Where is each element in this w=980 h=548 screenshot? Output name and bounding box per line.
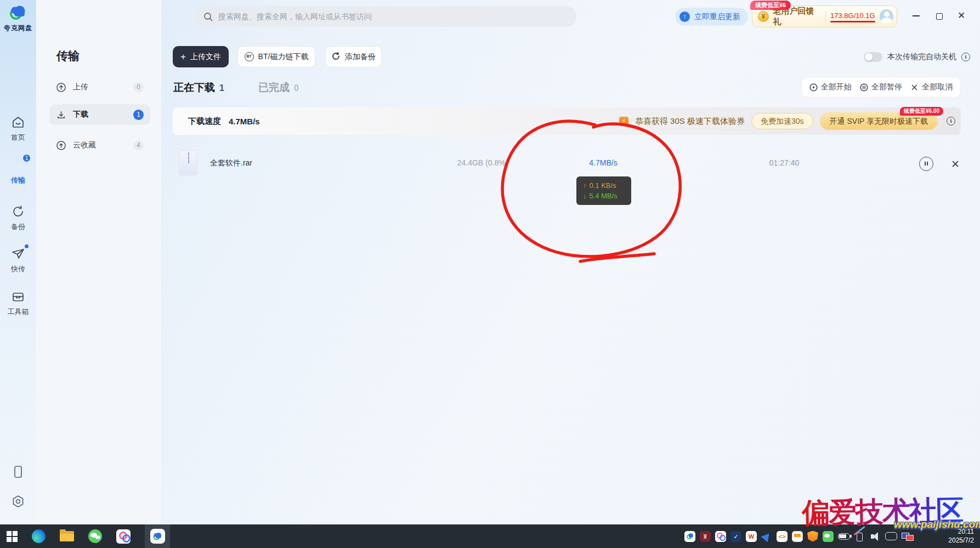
- app-logo[interactable]: 夸克网盘: [0, 4, 36, 33]
- tray-paper-plane-icon[interactable]: [761, 531, 772, 542]
- download-speed-bar: 下载速度 4.7MB/s ⚡ 恭喜获得 30S 极速下载体验券 免费加速30s …: [173, 107, 961, 135]
- tray-quark-icon[interactable]: [684, 531, 695, 542]
- quark-app-icon: [150, 529, 165, 544]
- info-icon[interactable]: i: [961, 53, 970, 61]
- rail-label-transfer: 传输: [0, 175, 36, 185]
- fast-transfer-dot: [25, 244, 29, 248]
- add-backup-label: 添加备份: [345, 52, 376, 62]
- tooltip-download-speed: 5.4 MB/s: [583, 191, 631, 201]
- search-icon: [203, 12, 213, 21]
- restart-update-button[interactable]: ↑ 立即重启更新: [675, 8, 748, 26]
- restore-button[interactable]: [934, 11, 944, 21]
- file-explorer-icon[interactable]: [60, 531, 74, 541]
- plus-icon: +: [180, 52, 186, 62]
- rail-item-transfer[interactable]: 1 传输: [0, 158, 36, 185]
- tray-wechat-icon[interactable]: [823, 531, 834, 542]
- tray-code-icon[interactable]: <>: [777, 531, 788, 542]
- pause-all-button[interactable]: 全部暂停: [860, 82, 902, 92]
- add-backup-button[interactable]: 添加备份: [325, 46, 382, 67]
- tray-display-icon[interactable]: [885, 532, 897, 540]
- auto-shutdown-toggle[interactable]: [864, 52, 882, 62]
- upload-count-badge: 0: [133, 82, 144, 93]
- rail-label-home: 首页: [0, 133, 36, 142]
- batch-actions-bar: 全部开始 全部暂停 全部取消: [801, 77, 961, 98]
- divider: [825, 11, 826, 22]
- tray-usb-stylus-icon[interactable]: [854, 531, 865, 542]
- tray-browser-window-icon[interactable]: [792, 531, 803, 542]
- close-button[interactable]: ✕: [956, 11, 966, 21]
- rar-archive-icon: [179, 150, 197, 175]
- rail-item-toolbox[interactable]: 工具箱: [0, 289, 36, 317]
- wechat-icon[interactable]: [88, 529, 102, 543]
- time-remaining: 01:27:40: [757, 158, 812, 167]
- tab-completed[interactable]: 已完成 0: [258, 81, 299, 95]
- member-gift-button[interactable]: 续费低至¥6 ¥ 老用户回馈礼 173.8G/10.1G: [752, 5, 897, 27]
- auto-shutdown-label: 本次传输完自动关机: [887, 52, 956, 62]
- edge-browser-icon[interactable]: [32, 529, 46, 543]
- tray-dual-display-icon[interactable]: [902, 531, 913, 542]
- rail-item-home[interactable]: 首页: [0, 115, 36, 142]
- cancel-download-button[interactable]: ✕: [951, 158, 960, 170]
- gear-icon: [11, 494, 25, 509]
- cancel-all-button[interactable]: 全部取消: [910, 82, 953, 92]
- bt-magnet-download-button[interactable]: BT BT/磁力链下载: [237, 46, 315, 67]
- tab-downloading[interactable]: 正在下载 1: [173, 81, 224, 95]
- svip-upgrade-button[interactable]: 开通 SVIP 享无限时极速下载 续费低至¥6.00: [820, 112, 938, 130]
- tray-volume-icon[interactable]: [870, 531, 881, 542]
- avatar[interactable]: [880, 9, 893, 24]
- phone-icon: [11, 465, 25, 479]
- home-icon: [11, 115, 25, 129]
- lightning-coupon-icon: ⚡: [619, 117, 628, 126]
- start-all-button[interactable]: 全部开始: [809, 82, 852, 92]
- free-boost-button[interactable]: 免费加速30s: [751, 113, 813, 129]
- rail-item-fast-transfer[interactable]: 快传: [0, 247, 36, 274]
- minimize-button[interactable]: [911, 11, 921, 21]
- tray-red-launcher-icon[interactable]: ♜: [700, 531, 711, 542]
- svip-label: 开通 SVIP 享无限时极速下载: [830, 117, 928, 125]
- quark-taskbar-active[interactable]: [145, 524, 170, 548]
- backup-sync-icon: [11, 204, 25, 219]
- up-arrow-icon: ↑: [679, 12, 690, 22]
- tray-v-check-icon[interactable]: ✓: [730, 531, 741, 542]
- refresh-circle-icon: [331, 52, 341, 62]
- pink-launcher-icon[interactable]: [116, 529, 131, 544]
- settings-button[interactable]: [0, 494, 36, 511]
- download-count-badge: 1: [133, 110, 144, 120]
- tray-battery-icon[interactable]: [838, 533, 850, 540]
- search-bar[interactable]: [195, 6, 576, 27]
- cloud-collection-count-badge: 4: [133, 140, 144, 151]
- speed-value: 4.7MB/s: [229, 117, 260, 126]
- x-icon: [910, 83, 919, 92]
- tray-security-shield-icon[interactable]: [807, 531, 818, 542]
- rail-item-backup[interactable]: 备份: [0, 204, 36, 232]
- search-input[interactable]: [218, 12, 568, 21]
- tray-wps-icon[interactable]: W: [746, 531, 757, 542]
- svip-price-badge: 续费低至¥6.00: [900, 107, 943, 116]
- bt-icon: BT: [245, 52, 254, 61]
- tooltip-upload-speed: 0.1 KB/s: [583, 180, 631, 191]
- storage-usage: 173.8G/10.1G: [830, 12, 875, 21]
- start-all-label: 全部开始: [821, 82, 852, 92]
- pause-download-button[interactable]: [919, 157, 933, 171]
- windows-start-button[interactable]: [7, 531, 18, 542]
- cloud-upload-icon: [56, 140, 66, 151]
- sidebar-item-cloud-collection[interactable]: 云收藏 4: [49, 135, 150, 156]
- renew-price-ribbon: 续费低至¥6: [750, 1, 791, 10]
- rail-label-backup: 备份: [0, 222, 36, 232]
- tray-pink-launcher-icon[interactable]: [715, 531, 726, 542]
- upload-file-button[interactable]: + 上传文件: [173, 46, 229, 67]
- watermark-url: www.paijishu.com: [894, 518, 980, 530]
- cancel-all-label: 全部取消: [922, 82, 953, 92]
- sidebar-item-download[interactable]: 下载 1: [49, 104, 150, 125]
- pause-circle-icon: [860, 83, 868, 92]
- tab-completed-count: 0: [294, 83, 299, 93]
- sidebar-item-upload[interactable]: 上传 0: [49, 77, 150, 98]
- sidebar-title: 传输: [56, 48, 80, 64]
- speed-info-icon[interactable]: i: [947, 117, 955, 125]
- sidebar-label-cloud-collection: 云收藏: [73, 140, 133, 150]
- transfer-tabs: 正在下载 1 已完成 0: [173, 81, 299, 95]
- mobile-app-button[interactable]: [0, 465, 36, 481]
- restart-update-label: 立即重启更新: [694, 12, 740, 22]
- taskbar-date: 2025/7/2: [926, 536, 974, 545]
- paper-plane-icon: [11, 247, 25, 261]
